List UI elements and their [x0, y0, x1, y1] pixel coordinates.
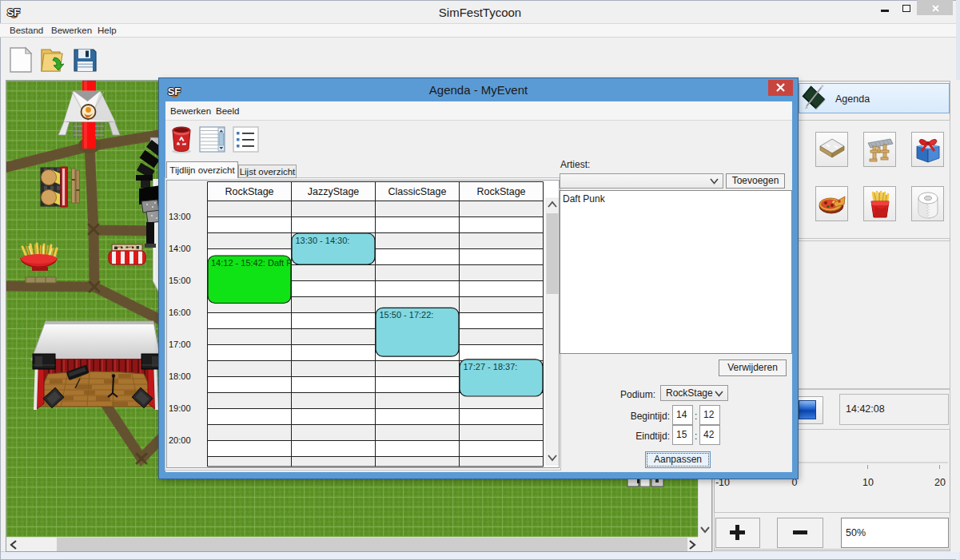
svg-text:RockStage: RockStage [476, 186, 525, 197]
svg-text:20:00: 20:00 [169, 435, 191, 445]
svg-text:ClassicStage: ClassicStage [388, 186, 447, 197]
svg-text:17:27 - 18:37:: 17:27 - 18:37: [464, 362, 518, 371]
svg-text:15:50 - 17:22:: 15:50 - 17:22: [380, 310, 434, 320]
svg-text:RockStage: RockStage [225, 186, 273, 197]
svg-text:JazzyStage: JazzyStage [308, 186, 360, 197]
svg-text:19:00: 19:00 [169, 403, 191, 413]
svg-text:14:00: 14:00 [169, 244, 191, 253]
svg-text:17:00: 17:00 [169, 340, 191, 349]
svg-text:13:00: 13:00 [169, 212, 191, 221]
svg-text:18:00: 18:00 [169, 371, 191, 381]
svg-text:16:00: 16:00 [169, 308, 191, 317]
svg-text:15:00: 15:00 [169, 276, 191, 285]
svg-text:13:30 - 14:30:: 13:30 - 14:30: [296, 236, 350, 245]
